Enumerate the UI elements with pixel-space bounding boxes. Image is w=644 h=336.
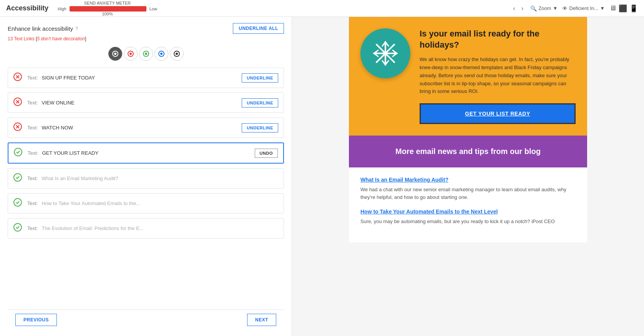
bottom-nav: PREVIOUS NEXT	[8, 310, 284, 330]
svg-point-39	[394, 52, 396, 55]
underline-button-1[interactable]: UNDERLINE	[242, 73, 278, 83]
left-panel: Enhance link accessibility ? UNDERLINE A…	[0, 17, 292, 336]
link-count-warning: 5 don't have decoration	[37, 36, 85, 41]
help-icon[interactable]: ?	[75, 26, 78, 31]
link-label: Text:	[27, 100, 38, 106]
link-status-icon	[13, 98, 22, 108]
underline-all-button[interactable]: UNDERLINE ALL	[233, 23, 284, 34]
meter-high-label: High	[58, 7, 66, 11]
link-text: GET YOUR LIST READY	[42, 150, 249, 156]
filter-blue-button[interactable]	[154, 47, 168, 61]
svg-point-1	[114, 53, 116, 55]
link-label: Text:	[27, 75, 38, 81]
link-status-icon-success	[13, 223, 22, 233]
eye-icon: 👁	[562, 5, 568, 12]
meter-percent: 100%	[102, 12, 113, 16]
link-item: Text: SIGN UP FREE TODAY UNDERLINE	[8, 68, 284, 88]
link-text-dimmed: The Evolution of Email: Predictions for …	[41, 225, 278, 231]
meter-bar-inner	[70, 6, 146, 12]
filter-icons-row	[8, 47, 284, 61]
page-title: Accessibility	[6, 4, 48, 12]
link-status-icon	[13, 122, 22, 133]
main-content: Enhance link accessibility ? UNDERLINE A…	[0, 17, 644, 336]
filter-all-icon	[112, 50, 119, 57]
mobile-view-button[interactable]: 📱	[629, 4, 638, 13]
blog-section-headline: More email news and tips from our blog	[360, 147, 576, 156]
link-item: Text: What Is an Email Marketing Audit?	[8, 168, 284, 189]
top-bar-right: ‹ › 🔍 Zoom ▼ 👁 Deficient In... ▼ 🖥 ⬛ 📱	[511, 4, 638, 13]
get-list-ready-button[interactable]: GET YOUR LIST READY	[420, 103, 576, 124]
view-icons: 🖥 ⬛ 📱	[609, 4, 638, 13]
deficient-button[interactable]: 👁 Deficient In... ▼	[562, 5, 605, 12]
desktop-view-button[interactable]: 🖥	[609, 4, 616, 13]
zoom-chevron-icon: ▼	[553, 5, 558, 11]
send-anxiety-meter: SEND ANXIETY METER High Low 100%	[58, 1, 157, 16]
link-item-content: Text: GET YOUR LIST READY	[28, 150, 249, 156]
link-label: Text:	[27, 125, 38, 131]
link-status-icon	[13, 73, 22, 83]
email-body: We all know how crazy the holidays can g…	[420, 56, 576, 96]
svg-point-21	[14, 199, 22, 206]
deficient-label: Deficient In...	[569, 5, 598, 11]
link-item-content: Text: SIGN UP FREE TODAY	[27, 75, 236, 81]
svg-point-35	[384, 52, 387, 55]
blog-link-1[interactable]: What Is an Email Marketing Audit?	[360, 177, 576, 183]
link-item: Text: WATCH NOW UNDERLINE	[8, 118, 284, 138]
filter-red-button[interactable]	[124, 47, 138, 61]
svg-point-20	[14, 174, 22, 181]
next-button[interactable]: NEXT	[247, 314, 276, 326]
filter-blue-icon	[158, 50, 165, 57]
link-item: Text: VIEW ONLINE UNDERLINE	[8, 93, 284, 113]
link-status-icon-success	[13, 198, 22, 209]
link-status-icon-success	[14, 148, 22, 158]
link-count-total: 13 Text Links	[8, 36, 35, 41]
svg-point-38	[375, 52, 377, 55]
link-item-action: UNDO	[255, 149, 278, 158]
link-item-content: Text: The Evolution of Email: Prediction…	[27, 225, 278, 231]
filter-all-button[interactable]	[108, 47, 122, 61]
nav-arrows: ‹ ›	[511, 4, 526, 13]
blog-desc-2: Sure, you may be automating emails, but …	[360, 218, 576, 225]
filter-dark-button[interactable]	[170, 47, 184, 61]
link-text: SIGN UP FREE TODAY	[41, 75, 236, 81]
blog-link-2[interactable]: How to Take Your Automated Emails to the…	[360, 209, 576, 215]
link-text: VIEW ONLINE	[41, 100, 236, 106]
email-orange-text: Is your email list ready for the holiday…	[420, 28, 576, 124]
underline-button-2[interactable]: UNDERLINE	[242, 98, 278, 108]
link-text: WATCH NOW	[41, 125, 236, 131]
snowflake-circle	[360, 28, 410, 78]
link-text-dimmed: What Is an Email Marketing Audit?	[41, 175, 278, 181]
zoom-button[interactable]: 🔍 Zoom ▼	[530, 5, 558, 12]
top-bar: Accessibility SEND ANXIETY METER High Lo…	[0, 0, 644, 17]
snowflake-icon	[372, 40, 399, 67]
filter-red-icon	[127, 50, 134, 57]
deficient-chevron-icon: ▼	[600, 5, 605, 11]
email-purple-section: More email news and tips from our blog	[349, 136, 587, 167]
link-item-content: Text: WATCH NOW	[27, 125, 236, 131]
nav-left-button[interactable]: ‹	[511, 4, 517, 13]
top-bar-left: Accessibility SEND ANXIETY METER High Lo…	[6, 1, 157, 16]
meter-label: SEND ANXIETY METER	[84, 1, 131, 5]
nav-right-button[interactable]: ›	[519, 4, 526, 13]
filter-green-button[interactable]	[139, 47, 153, 61]
email-headline: Is your email list ready for the holiday…	[420, 28, 576, 50]
link-label: Text:	[27, 200, 38, 206]
svg-point-5	[145, 53, 147, 55]
tablet-view-button[interactable]: ⬛	[619, 4, 627, 13]
svg-point-19	[14, 148, 22, 156]
link-label: Text:	[28, 150, 38, 156]
email-orange-section: Is your email list ready for the holiday…	[349, 17, 587, 136]
meter-bar-outer	[70, 6, 146, 12]
link-item-content: Text: VIEW ONLINE	[27, 100, 236, 106]
link-item: Text: How to Take Your Automated Emails …	[8, 193, 284, 214]
link-count: 13 Text Links [5 don't have decoration]	[8, 36, 284, 41]
underline-button-3[interactable]: UNDERLINE	[242, 123, 278, 132]
previous-button[interactable]: PREVIOUS	[15, 314, 57, 326]
panel-title: Enhance link accessibility ?	[8, 25, 78, 32]
undo-button[interactable]: UNDO	[255, 149, 278, 158]
svg-point-3	[129, 53, 132, 55]
zoom-label: Zoom	[538, 5, 551, 11]
meter-bar-row: High Low	[58, 6, 157, 12]
right-panel: Is your email list ready for the holiday…	[292, 17, 644, 336]
link-item-selected: Text: GET YOUR LIST READY UNDO	[8, 142, 284, 164]
